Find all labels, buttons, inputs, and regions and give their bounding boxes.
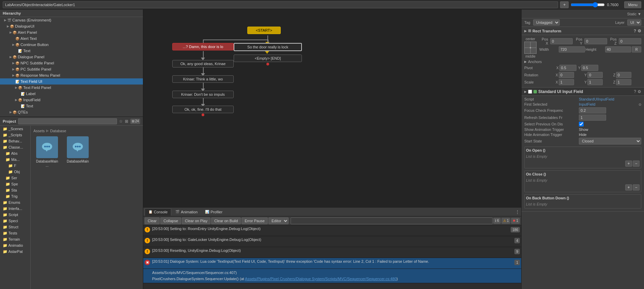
folder-terrain[interactable]: 📁 Terrain (0, 236, 30, 242)
clear-button[interactable]: Clear (145, 217, 160, 224)
tree-item-alertpanel[interactable]: ▶ 📦 Alert Panel (0, 29, 143, 35)
folder-animatio[interactable]: 📁 Animatio (0, 242, 30, 248)
r-button[interactable]: R (632, 46, 641, 52)
node-dialogue1[interactable]: ...? Damn, this door is lo (172, 43, 234, 50)
focus-check-input[interactable] (579, 107, 606, 113)
sif-settings-icon[interactable]: ⚙ (638, 89, 641, 94)
rect-settings-icon[interactable]: ⚙ (638, 29, 641, 33)
component-enabled-checkbox[interactable] (528, 90, 532, 94)
tag-dropdown[interactable]: Untagged (533, 19, 560, 26)
rot-y-input[interactable] (587, 72, 603, 78)
folder-tests[interactable]: 📁 Tests (0, 230, 30, 236)
folder-scripts[interactable]: 📁 _Scripts (0, 132, 30, 138)
folder-sta[interactable]: 📁 Sta (3, 187, 30, 193)
folder-enums[interactable]: 📁 Enums (0, 199, 30, 206)
tab-animation[interactable]: 🎬 Animation (172, 208, 201, 216)
add-button[interactable]: + (560, 1, 569, 8)
pivot-x-input[interactable] (559, 65, 576, 71)
tree-item-text1[interactable]: ▶ 📝 Text (0, 48, 143, 54)
zoom-slider[interactable] (571, 2, 605, 7)
folder-speci[interactable]: 📁 Speci (0, 218, 30, 224)
node-end[interactable]: <Empty> [END] (234, 55, 302, 62)
clear-on-play-button[interactable]: Clear on Play (182, 217, 210, 224)
folder-struct[interactable]: 📁 Struct (0, 224, 30, 230)
expand-arrow-anchors[interactable]: ▶ (524, 60, 527, 63)
pos-z-input[interactable] (619, 38, 641, 44)
pos-x-input[interactable] (550, 38, 573, 44)
error-pause-button[interactable]: Error Pause (241, 217, 268, 224)
tree-item-dialoguepanel[interactable]: ▶ 📦 Dialogue Panel (0, 54, 143, 60)
folder-obj[interactable]: 📁 Obj (5, 169, 30, 175)
log-item-4[interactable]: ✖ [20:53:01] Dialogue System: Lua code '… (143, 258, 521, 269)
rot-x-input[interactable] (559, 72, 574, 78)
layer-dropdown[interactable]: UI (627, 19, 641, 26)
node-ok[interactable]: Ok, any good ideas, Krinae (172, 60, 234, 67)
folder-interfa[interactable]: 📁 Interfa... (0, 206, 30, 212)
folder-ma[interactable]: 📁 Ma... (3, 156, 30, 163)
editor-dropdown[interactable]: Editor (268, 217, 289, 224)
hierarchy-tree[interactable]: ▶ 🎬 Canvas (Environment) ▶ 📦 DialogueUI … (0, 17, 143, 117)
tree-item-inputfield[interactable]: ▶ 📦 InputField (0, 97, 143, 103)
tree-item-pcsubtitle[interactable]: ▶ 📦 PC Subtitle Panel (0, 66, 143, 72)
scale-x-input[interactable] (559, 79, 574, 85)
error-count-badge[interactable]: ✖ 1 (511, 218, 520, 224)
node-krinae2[interactable]: Krinae: Don't be so impuls (172, 91, 234, 98)
log-item-5[interactable]: Assets/Scripts/MVC/Sequencer/Sequencer.c… (143, 269, 521, 283)
start-state-dropdown[interactable]: Closed (579, 138, 641, 144)
node-krinae1[interactable]: Krinae: Think a little, wo (172, 75, 234, 83)
project-folder-list[interactable]: 📁 _Scenes 📁 _Scripts 📁 Behav... 📁 Classe… (0, 126, 31, 289)
on-close-remove-btn[interactable]: − (633, 184, 640, 191)
scene-path-input[interactable]: LabArces/ObjectInteractable/GateLocker1 (3, 1, 558, 8)
rot-z-input[interactable] (616, 72, 631, 78)
tree-item-textfieldpanel[interactable]: ▶ 📦 Text Field Panel (0, 85, 143, 91)
folder-behav[interactable]: 📁 Behav... (0, 138, 30, 144)
select-prev-checkbox[interactable] (579, 122, 584, 126)
log-item-1[interactable]: ! [20:53:00] Setting to: RoomEntry Unity… (143, 225, 521, 236)
folder-spe[interactable]: 📁 Spe (3, 181, 30, 187)
file-item-1[interactable]: DatabaseMain ... (33, 135, 61, 169)
node-start[interactable]: <START> (247, 27, 281, 34)
folder-scenes[interactable]: 📁 _Scenes (0, 126, 30, 132)
tree-item-alerttext[interactable]: ▶ 📦 Alert Text (0, 35, 143, 42)
log-count-badge[interactable]: ℹ 6 (493, 218, 501, 224)
refresh-input[interactable] (579, 115, 606, 121)
node-dialogue2[interactable]: So the door really is lock (234, 43, 302, 51)
tree-item-canvas[interactable]: ▶ 🎬 Canvas (Environment) (0, 17, 143, 23)
log-item-2[interactable]: ! [20:53:00] Setting to: GateLocker Unit… (143, 236, 521, 247)
pos-y-input[interactable] (584, 38, 607, 44)
console-options-icon[interactable]: ⋮ (515, 209, 520, 215)
folder-astarpa[interactable]: 📁 AstarPat (0, 248, 30, 255)
tree-item-text2[interactable]: ▶ 📝 Text (0, 103, 143, 109)
on-open-add-btn[interactable]: + (625, 161, 632, 167)
anchor-pivot-widget[interactable]: center middle (524, 37, 537, 58)
collapse-button[interactable]: Collapse (160, 217, 181, 224)
on-close-add-btn[interactable]: + (625, 184, 632, 191)
tree-item-responsemenu[interactable]: ▶ 📦 Response Menu Panel (0, 72, 143, 78)
tree-item-qtes[interactable]: ▶ 📦 QTEs (0, 109, 143, 115)
tree-item-label[interactable]: ▶ 📝 Label (0, 91, 143, 97)
tree-item-continuebtn[interactable]: ▶ 📦 Continue Button (0, 42, 143, 48)
tree-item-npcsubtitle[interactable]: ▶ 📦 NPC Subtitle Panel (0, 60, 143, 66)
standard-input-field-header[interactable]: ▶ Standard UI Input Field ? ⚙ (522, 88, 644, 96)
folder-script[interactable]: 📁 Script (0, 212, 30, 218)
folder-classes[interactable]: 📁 Classe... (0, 144, 30, 150)
scale-y-input[interactable] (587, 79, 603, 85)
tab-profiler[interactable]: 📊 Profiler (202, 208, 226, 216)
width-input[interactable] (559, 46, 585, 52)
folder-f[interactable]: 📁 F (5, 163, 30, 169)
folder-ser[interactable]: 📁 Ser (3, 175, 30, 181)
clear-on-build-button[interactable]: Clear on Build (211, 217, 241, 224)
scene-view[interactable]: <START> ...? Damn, this door is lo So th… (143, 10, 521, 207)
file-item-2[interactable]: DatabaseMain (64, 135, 91, 169)
on-open-remove-btn[interactable]: − (633, 161, 640, 167)
warn-count-badge[interactable]: ⚠ 1 (501, 218, 511, 224)
log-link[interactable]: Assets/Plugins/Pixel Crushers/Dialogue S… (245, 277, 397, 281)
folder-abs[interactable]: 📁 Abs (3, 150, 30, 156)
project-search[interactable] (18, 118, 117, 124)
tab-console[interactable]: 📋 Console (145, 208, 171, 216)
log-item-3[interactable]: ! [20:53:00] Resetting, UnityEngine.Debu… (143, 247, 521, 258)
node-ok2[interactable]: Ok, ok, fine. I'll do that (172, 106, 234, 113)
star-icon[interactable]: ☆ (119, 119, 123, 124)
scale-z-input[interactable] (616, 79, 631, 85)
sif-help-icon[interactable]: ? (634, 89, 636, 94)
